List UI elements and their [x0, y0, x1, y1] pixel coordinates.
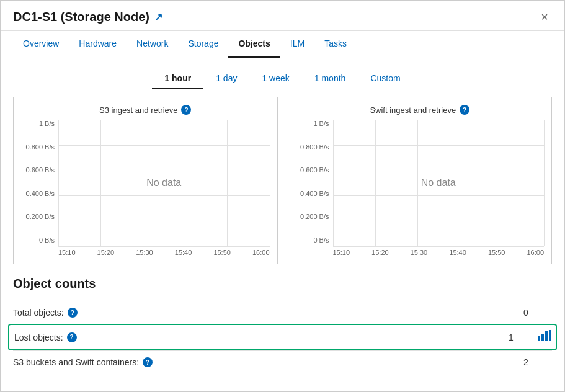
s3-chart-plot: No data 15:10 15:20 15:30 15:40 15:50 16… [58, 120, 270, 256]
time-tab-1month[interactable]: 1 month [302, 68, 358, 89]
s3-chart-area: 1 B/s 0.800 B/s 0.600 B/s 0.400 B/s 0.20… [21, 120, 270, 256]
time-tab-1week[interactable]: 1 week [249, 68, 301, 89]
s3-buckets-value: 2 [523, 357, 542, 367]
svg-rect-3 [549, 330, 551, 341]
svg-rect-2 [545, 331, 548, 341]
tab-hardware[interactable]: Hardware [69, 31, 127, 58]
swift-x-axis: 15:10 15:20 15:30 15:40 15:50 16:00 [333, 246, 545, 256]
swift-chart-area: 1 B/s 0.800 B/s 0.600 B/s 0.400 B/s 0.20… [296, 120, 545, 256]
tab-network[interactable]: Network [127, 31, 178, 58]
external-link-icon[interactable]: ↗ [154, 11, 162, 23]
modal-window: DC1-S1 (Storage Node) ↗ × Overview Hardw… [0, 0, 565, 392]
swift-no-data: No data [421, 177, 456, 189]
swift-chart-plot: No data 15:10 15:20 15:30 15:40 15:50 16… [333, 120, 545, 256]
tab-tasks[interactable]: Tasks [314, 31, 357, 58]
time-tab-custom[interactable]: Custom [358, 68, 412, 89]
lost-objects-chart-icon[interactable] [537, 330, 551, 344]
svg-rect-1 [541, 334, 544, 341]
s3-grid-area: No data [58, 120, 270, 246]
modal-title: DC1-S1 (Storage Node) ↗ [13, 10, 162, 24]
lost-objects-help-icon[interactable]: ? [67, 332, 77, 342]
object-counts-section: Object counts Total objects: ? 0 Lost ob… [13, 277, 552, 373]
lost-objects-label: Lost objects: ? [14, 332, 509, 342]
content-area: 1 hour 1 day 1 week 1 month Custom S3 in… [1, 58, 564, 391]
s3-buckets-label: S3 buckets and Swift containers: ? [13, 357, 523, 367]
lost-objects-row: Lost objects: ? 1 [8, 324, 557, 350]
total-objects-value: 0 [523, 308, 542, 318]
s3-y-axis: 1 B/s 0.800 B/s 0.600 B/s 0.400 B/s 0.20… [21, 120, 58, 256]
total-objects-help-icon[interactable]: ? [68, 308, 78, 318]
s3-buckets-help-icon[interactable]: ? [143, 357, 153, 367]
s3-no-data: No data [146, 177, 181, 189]
tab-storage[interactable]: Storage [178, 31, 228, 58]
time-tab-1hour[interactable]: 1 hour [152, 68, 203, 89]
title-text: DC1-S1 (Storage Node) [13, 10, 149, 24]
s3-buckets-row: S3 buckets and Swift containers: ? 2 [13, 350, 552, 373]
swift-y-axis: 1 B/s 0.800 B/s 0.600 B/s 0.400 B/s 0.20… [296, 120, 333, 256]
tab-overview[interactable]: Overview [13, 31, 69, 58]
time-tab-1day[interactable]: 1 day [203, 68, 249, 89]
time-tabs: 1 hour 1 day 1 week 1 month Custom [13, 58, 552, 97]
tab-ilm[interactable]: ILM [280, 31, 314, 58]
s3-chart: S3 ingest and retrieve ? 1 B/s 0.800 B/s… [13, 97, 278, 264]
swift-help-icon[interactable]: ? [460, 105, 469, 115]
s3-x-axis: 15:10 15:20 15:30 15:40 15:50 16:00 [58, 246, 270, 256]
svg-rect-0 [538, 336, 540, 341]
swift-chart-title: Swift ingest and retrieve ? [296, 105, 545, 115]
swift-chart: Swift ingest and retrieve ? 1 B/s 0.800 … [288, 97, 553, 264]
swift-grid-area: No data [333, 120, 545, 246]
modal-header: DC1-S1 (Storage Node) ↗ × [1, 1, 564, 31]
object-counts-title: Object counts [13, 277, 552, 291]
data-rows: Total objects: ? 0 Lost objects: ? 1 [13, 301, 552, 373]
s3-help-icon[interactable]: ? [181, 105, 191, 115]
lost-objects-value: 1 [509, 332, 527, 342]
tab-objects[interactable]: Objects [228, 31, 280, 58]
charts-row: S3 ingest and retrieve ? 1 B/s 0.800 B/s… [13, 97, 552, 264]
nav-tabs: Overview Hardware Network Storage Object… [1, 31, 564, 58]
close-button[interactable]: × [537, 9, 552, 24]
total-objects-label: Total objects: ? [13, 308, 523, 318]
s3-chart-title: S3 ingest and retrieve ? [21, 105, 270, 115]
total-objects-row: Total objects: ? 0 [13, 301, 552, 324]
